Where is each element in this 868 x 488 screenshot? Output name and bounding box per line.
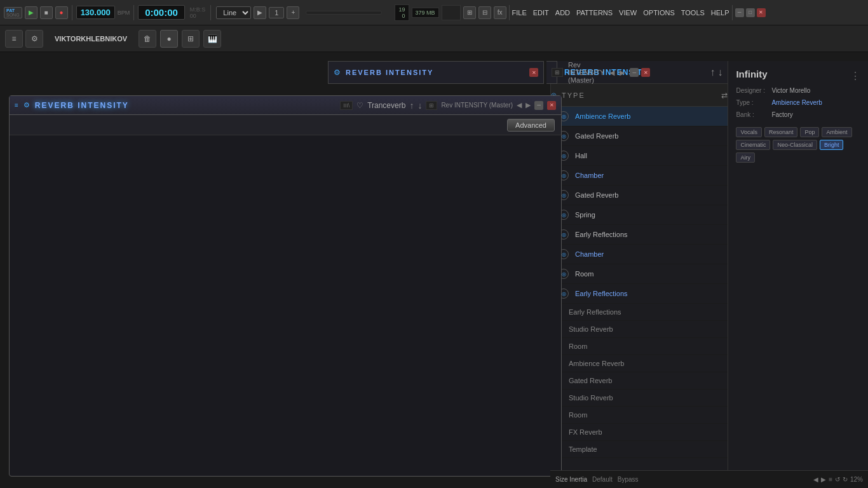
frame-close[interactable]: ✕ — [641, 68, 650, 77]
close-button[interactable]: ✕ — [757, 8, 766, 17]
type-sub-studio2[interactable]: Studio Reverb — [551, 390, 728, 407]
type-val: Ambience Reverb — [771, 99, 822, 106]
rb-next[interactable]: ▶ — [821, 476, 826, 483]
menu-view[interactable]: VIEW — [619, 9, 637, 17]
more-options-button[interactable]: ⋮ — [850, 70, 860, 82]
pat-song-toggle[interactable]: PAT SONG — [4, 7, 22, 18]
right-panel: ≡ REVERB INTENSITY ↑ ↓ ◎ TYPE ⇄ ◎ Ambien… — [550, 61, 868, 488]
menu-edit[interactable]: EDIT — [533, 9, 549, 17]
advanced-button[interactable]: Advanced — [507, 119, 555, 132]
type-item-label-10: Early Reflections — [575, 290, 628, 297]
menu-file[interactable]: FILE — [512, 9, 527, 17]
piano-icon[interactable]: 🎹 — [203, 30, 221, 48]
stop-button[interactable]: ■ — [40, 6, 53, 19]
menu-help[interactable]: HELP — [711, 9, 729, 17]
rev-title-label: Rev INTENSITY (Master) — [441, 102, 513, 109]
type-item-label-6: Spring — [575, 211, 595, 219]
tag-resonant[interactable]: Resonant — [764, 127, 798, 137]
rb-redo[interactable]: ↻ — [843, 476, 848, 483]
record-button[interactable]: ● — [55, 6, 68, 19]
rb-bypass[interactable]: Bypass — [618, 476, 639, 483]
plugin-title-controls: III\ ♡ Tranceverb ↑ ↓ ⊞ Rev INTENSITY (M… — [340, 100, 556, 111]
type-sub-room[interactable]: Room — [551, 338, 728, 355]
menu-icon[interactable]: ≡ — [15, 102, 18, 109]
step-plus-button[interactable]: + — [287, 6, 299, 19]
right-down-arrow[interactable]: ↓ — [717, 67, 722, 78]
type-item-room[interactable]: ◎ Room — [551, 264, 728, 284]
record-icon2[interactable]: ● — [160, 30, 178, 48]
tag-neoclassical[interactable]: Neo-Classical — [773, 140, 817, 150]
type-list: ◎ Ambience Reverb ◎ Gated Reverb ◎ Hall … — [551, 107, 728, 488]
type-item-chamber[interactable]: ◎ Chamber — [551, 166, 728, 186]
shuffle-icon[interactable]: ⇄ — [721, 91, 728, 100]
tag-cinematic[interactable]: Cinematic — [736, 140, 770, 150]
library-icon[interactable]: III\ — [340, 101, 353, 110]
plugin-window-secondary: ⚙ REVERB INTENSITY ✕ — [328, 61, 544, 84]
plugin-close[interactable]: ✕ — [547, 101, 556, 110]
type-sub-early[interactable]: Early Reflections — [551, 304, 728, 321]
menu-options[interactable]: OPTIONS — [643, 9, 675, 17]
rb-nav: ◀ ▶ ≡ ↺ ↻ 12% — [813, 476, 863, 483]
second-toolbar: ≡ ⚙ VIKTORKHLEBNIKOV 🗑 ● ⊞ 🎹 — [0, 25, 868, 52]
prev-btn[interactable]: ◀ — [517, 101, 522, 109]
menu-add[interactable]: ADD — [555, 9, 570, 17]
preset-name-display: Tranceverb — [367, 101, 405, 110]
type-sub-ambience[interactable]: Ambience Reverb — [551, 355, 728, 372]
type-item-early2[interactable]: ◎ Early Reflections — [551, 284, 728, 304]
type-item-gated2[interactable]: ◎ Gated Reverb — [551, 186, 728, 205]
rb-undo[interactable]: ↺ — [835, 476, 840, 483]
fx-button[interactable]: fx — [494, 6, 506, 19]
step-display: 1 — [269, 7, 284, 18]
rb-list[interactable]: ≡ — [829, 476, 832, 483]
next-btn[interactable]: ▶ — [526, 101, 531, 109]
type-item-gated[interactable]: ◎ Gated Reverb — [551, 126, 728, 146]
heart-icon[interactable]: ♡ — [356, 101, 363, 110]
tag-pop[interactable]: Pop — [800, 127, 819, 137]
nav-icon-2[interactable]: ⚙ — [25, 30, 43, 48]
up-arrow[interactable]: ↑ — [409, 100, 414, 111]
menu-patterns[interactable]: PATTERNS — [576, 9, 613, 17]
grid-icon[interactable]: ⊞ — [182, 30, 200, 48]
type-sub-label-5: Gated Reverb — [569, 377, 612, 384]
type-item-early[interactable]: ◎ Early Reflections — [551, 225, 728, 245]
toolbar-left: PAT SONG ▶ ■ ● 130.000 BPM 0:00:00 M:B:S… — [0, 5, 390, 20]
rb-size-inertia[interactable]: Size Inertia — [555, 476, 587, 483]
play-mode-button[interactable]: ▶ — [254, 6, 266, 19]
type-sub-fx[interactable]: FX Reverb — [551, 424, 728, 441]
tag-list: Vocals Resonant Pop Ambient Cinematic Ne… — [736, 127, 860, 163]
type-sub-template[interactable]: Template — [551, 441, 728, 458]
tag-bright[interactable]: Bright — [820, 140, 844, 150]
rb-prev[interactable]: ◀ — [813, 476, 818, 483]
plugin-min[interactable]: ─ — [534, 101, 543, 110]
tag-ambient[interactable]: Ambient — [822, 127, 851, 137]
plugin-frame-header: ⊞ Rev INTENSITY (Master) ◀ ▶ ─ ✕ — [546, 61, 557, 84]
tag-vocals[interactable]: Vocals — [736, 127, 762, 137]
line-mode-select[interactable]: Line — [216, 6, 251, 19]
rb-default[interactable]: Default — [592, 476, 613, 483]
type-sub-studio[interactable]: Studio Reverb — [551, 321, 728, 338]
type-sub-gated[interactable]: Gated Reverb — [551, 372, 728, 390]
type-item-ambience[interactable]: ◎ Ambience Reverb — [551, 107, 728, 126]
play-button[interactable]: ▶ — [25, 6, 37, 19]
prev-preset[interactable]: ◀ — [609, 69, 614, 77]
type-item-chamber2[interactable]: ◎ Chamber — [551, 245, 728, 264]
right-up-arrow[interactable]: ↑ — [710, 67, 715, 78]
menu-tools[interactable]: TOOLS — [681, 9, 705, 17]
pat-label: PAT — [6, 8, 20, 13]
mixer-button[interactable]: ⊟ — [478, 6, 491, 19]
tag-airy[interactable]: Airy — [736, 152, 755, 163]
secondary-close[interactable]: ✕ — [529, 68, 538, 77]
type-item-spring[interactable]: ◎ Spring — [551, 205, 728, 225]
maximize-button[interactable]: □ — [746, 8, 755, 17]
pattern-indicator — [442, 5, 461, 20]
nav-icon-1[interactable]: ≡ — [5, 30, 23, 48]
delete-icon[interactable]: 🗑 — [139, 30, 156, 48]
frame-min[interactable]: ─ — [630, 68, 639, 77]
type-sub-room2[interactable]: Room — [551, 407, 728, 424]
minimize-button[interactable]: ─ — [735, 8, 744, 17]
grid-view-button[interactable]: ⊞ — [463, 6, 476, 19]
bpm-display[interactable]: 130.000 — [76, 6, 115, 19]
down-arrow[interactable]: ↓ — [417, 100, 422, 111]
type-item-hall[interactable]: ◎ Hall — [551, 146, 728, 166]
next-preset[interactable]: ▶ — [620, 69, 625, 77]
